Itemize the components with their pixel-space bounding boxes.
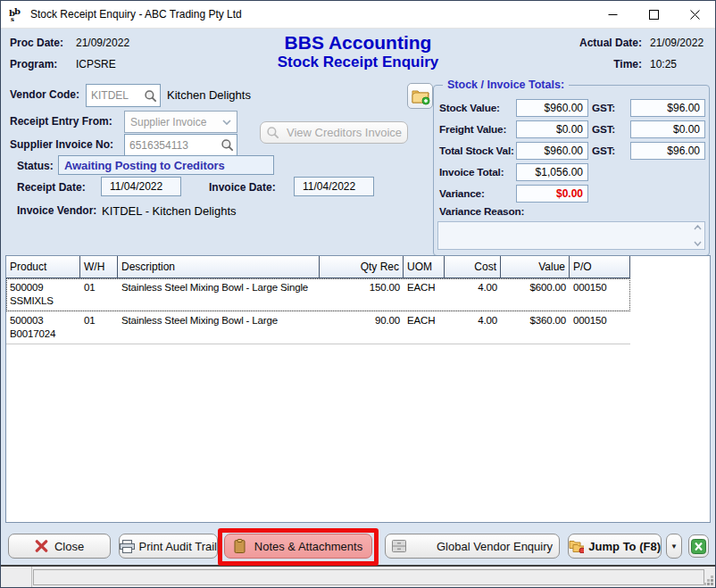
vendor-name: Kitchen Delights — [167, 88, 251, 102]
total-stock-val-field: $960.00 — [516, 142, 588, 160]
total-stock-gst-field: $96.00 — [630, 142, 705, 160]
cell-po: 000150 — [570, 311, 630, 344]
receipt-date-label: Receipt Date: — [17, 181, 86, 194]
jump-to-dropdown-button[interactable]: ▼ — [666, 534, 682, 559]
export-excel-button[interactable] — [688, 534, 709, 558]
search-icon[interactable] — [144, 89, 157, 103]
close-button[interactable]: Close — [8, 534, 111, 559]
cell-description: Stainless Steel Mixing Bowl - Large Sing… — [118, 278, 320, 311]
total-stock-val-label: Total Stock Val: — [439, 145, 514, 157]
cell-value: $360.00 — [501, 311, 570, 344]
variance-field: $0.00 — [516, 185, 588, 203]
view-creditors-invoice-label: View Creditors Invoice — [287, 126, 402, 139]
totals-group-title: Stock / Invoice Totals: — [443, 79, 569, 91]
actual-date-value: 21/09/2022 — [650, 37, 704, 49]
maximize-button[interactable] — [633, 1, 674, 29]
variance-reason-label: Variance Reason: — [439, 205, 524, 218]
cell-qty-rec: 150.00 — [320, 278, 404, 311]
cell-product: 500003 B0017024 — [6, 311, 80, 344]
table-row[interactable]: 500003 B0017024 01 Stainless Steel Mixin… — [6, 311, 630, 344]
supplier-invoice-no-field[interactable]: 6516354113 — [124, 134, 237, 156]
title-bar: b b s Stock Receipt Enquiry - ABC Tradin… — [1, 1, 715, 29]
notepad-icon — [234, 539, 246, 553]
red-x-icon — [35, 540, 48, 552]
invoice-total: $1,056.00 — [536, 166, 583, 178]
time-label: Time: — [537, 58, 642, 70]
total-stock-val: $960.00 — [545, 145, 583, 157]
notes-attachments-button[interactable]: Notes & Attachments — [224, 534, 372, 559]
invoice-total-field: $1,056.00 — [516, 163, 588, 181]
status-bar — [1, 565, 715, 587]
status-label: Status: — [17, 160, 54, 172]
close-window-button[interactable] — [674, 1, 715, 29]
column-header-wh[interactable]: W/H — [80, 256, 118, 278]
gst-label: GST: — [592, 123, 615, 136]
window-title: Stock Receipt Enquiry - ABC Trading Pty … — [30, 8, 242, 21]
global-vendor-enquiry-label: Global Vendor Enquiry — [437, 540, 553, 553]
column-header-cost[interactable]: Cost — [445, 256, 501, 278]
product-code: 500003 — [10, 314, 77, 327]
stock-gst: $96.00 — [667, 102, 700, 114]
print-audit-trail-button[interactable]: Print Audit Trail — [119, 534, 218, 559]
cell-cost: 4.00 — [445, 311, 501, 344]
gst-label: GST: — [592, 102, 615, 114]
cell-cost: 4.00 — [445, 278, 501, 311]
total-stock-gst: $96.00 — [667, 145, 700, 157]
excel-icon — [691, 539, 706, 554]
product-code2: SSMIXLS — [10, 294, 77, 308]
chevron-down-icon[interactable] — [694, 241, 702, 246]
vendor-code-field[interactable]: KITDEL — [86, 84, 161, 107]
invoice-total-label: Invoice Total: — [439, 166, 504, 178]
cell-uom: EACH — [404, 311, 445, 344]
column-header-po[interactable]: P/O — [570, 256, 630, 278]
status-value: Awaiting Posting to Creditors — [64, 159, 225, 172]
search-icon[interactable] — [221, 138, 234, 152]
vendor-code-value: KITDEL — [91, 89, 144, 102]
caret-down-icon: ▼ — [670, 542, 678, 551]
app-window: b b s Stock Receipt Enquiry - ABC Tradin… — [0, 0, 716, 588]
cell-wh: 01 — [80, 278, 118, 311]
search-icon — [266, 126, 279, 139]
gst-label: GST: — [592, 145, 615, 157]
jump-to-button[interactable]: Jump To (F8) — [568, 534, 662, 559]
column-header-description[interactable]: Description — [118, 256, 320, 278]
freight-gst-field: $0.00 — [630, 120, 705, 138]
table-header-row: Product W/H Description Qty Rec UOM Cost… — [6, 256, 631, 278]
cabinet-icon — [392, 540, 406, 552]
column-header-qty-rec[interactable]: Qty Rec — [320, 256, 404, 278]
chevron-up-icon[interactable] — [694, 225, 702, 230]
column-header-value[interactable]: Value — [501, 256, 570, 278]
product-code2: B0017024 — [10, 327, 77, 341]
column-header-uom[interactable]: UOM — [404, 256, 445, 278]
variance-label: Variance: — [439, 187, 485, 200]
resize-grip[interactable] — [711, 583, 713, 585]
folder-add-button[interactable] — [407, 83, 433, 109]
invoice-vendor-value: KITDEL - Kitchen Delights — [102, 204, 237, 218]
stock-invoice-totals-group: Stock / Invoice Totals: Stock Value: $96… — [433, 85, 710, 256]
table-row[interactable]: 500009 SSMIXLS 01 Stainless Steel Mixing… — [6, 278, 630, 311]
cell-po: 000150 — [570, 278, 630, 311]
printer-icon — [120, 540, 135, 553]
receipt-date-value: 11/04/2022 — [110, 180, 162, 193]
status-bar-cell — [1, 567, 32, 588]
stock-value-field: $960.00 — [516, 99, 588, 117]
supplier-invoice-no-label: Supplier Invoice No: — [10, 138, 113, 151]
minimize-button[interactable] — [592, 1, 633, 29]
freight-gst: $0.00 — [673, 123, 700, 136]
main-content: Proc Date: 21/09/2022 Program: ICPSRE BB… — [1, 29, 715, 567]
receipt-entry-from-value: Supplier Invoice — [130, 116, 222, 128]
receipt-entry-from-select[interactable]: Supplier Invoice — [124, 111, 237, 133]
cell-description: Stainless Steel Mixing Bowl - Large — [118, 311, 320, 344]
cell-wh: 01 — [80, 311, 118, 344]
global-vendor-enquiry-button[interactable]: Global Vendor Enquiry — [385, 534, 560, 559]
jump-folders-icon — [569, 539, 584, 553]
invoice-vendor-label: Invoice Vendor: — [17, 204, 96, 217]
view-creditors-invoice-button[interactable]: View Creditors Invoice — [260, 121, 408, 144]
column-header-product[interactable]: Product — [6, 256, 80, 278]
stock-value-label: Stock Value: — [439, 102, 500, 114]
variance-reason-input[interactable] — [437, 221, 705, 250]
receipt-date-field: 11/04/2022 — [101, 177, 181, 196]
cell-value: $600.00 — [501, 278, 570, 311]
folder-add-icon — [411, 87, 430, 105]
vendor-code-label: Vendor Code: — [10, 88, 79, 101]
